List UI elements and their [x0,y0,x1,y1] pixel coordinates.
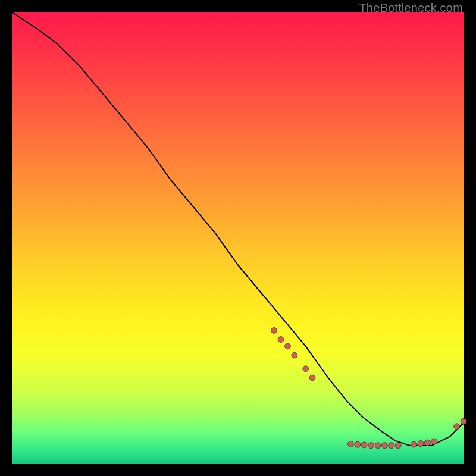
chart-frame: TheBottleneck.com [0,0,476,476]
data-point [431,439,437,444]
data-point [355,441,361,447]
data-point [395,443,401,449]
bottleneck-curve [12,12,464,446]
curve-group [12,12,464,446]
data-point [309,375,315,381]
data-point [424,440,430,446]
data-point [271,327,277,333]
data-point [418,441,424,447]
data-point [411,441,417,447]
data-point [292,352,298,358]
data-point [303,366,309,372]
data-point [368,443,374,449]
data-point [278,337,284,343]
data-point [361,442,367,448]
data-point [454,424,460,430]
chart-svg [0,0,476,476]
data-point [381,443,387,449]
data-points-group [271,327,466,448]
data-point [461,419,466,425]
data-point [284,343,290,349]
data-point [389,443,394,449]
data-point [375,443,381,449]
data-point [348,441,354,447]
